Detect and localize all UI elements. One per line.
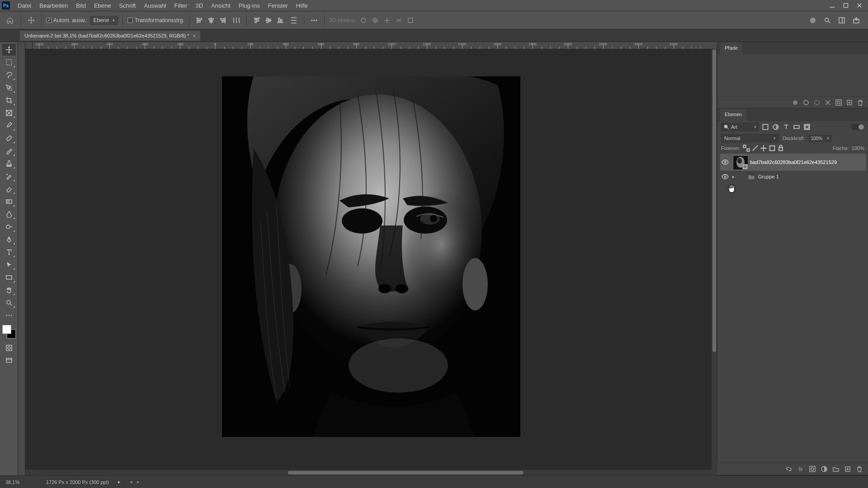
delete-layer-button[interactable] (855, 465, 863, 473)
hand-tool[interactable] (2, 284, 16, 296)
auto-select-target-select[interactable]: Ebene (90, 16, 118, 25)
vertical-scrollbar[interactable] (712, 49, 717, 470)
edit-toolbar-button[interactable] (2, 310, 16, 321)
align-left-button[interactable] (194, 15, 205, 26)
selection-to-path-button[interactable] (824, 99, 832, 107)
align-right-button[interactable] (217, 15, 228, 26)
layer-kind-filter[interactable]: Art (721, 123, 759, 131)
stroke-path-button[interactable] (802, 99, 810, 107)
layer-name[interactable]: bad7ba82c60283ba0f21e62e43521529 (750, 160, 837, 165)
fill-field[interactable]: 100% (852, 145, 864, 151)
fill-path-button[interactable] (791, 99, 799, 107)
lock-pixels-button[interactable] (743, 145, 750, 152)
quick-select-tool[interactable] (2, 82, 16, 94)
opacity-field[interactable]: 100% (809, 135, 831, 142)
menu-fenster[interactable]: Fenster (264, 0, 292, 11)
menu-ansicht[interactable]: Ansicht (207, 0, 235, 11)
lasso-tool[interactable] (2, 69, 16, 81)
auto-select-checkbox[interactable]: Autom. ausw.: (46, 17, 87, 23)
filter-toggle[interactable] (851, 124, 864, 130)
menu-plug-ins[interactable]: Plug-ins (235, 0, 264, 11)
layer-thumbnail[interactable] (733, 155, 747, 169)
foreground-color-swatch[interactable] (2, 325, 11, 334)
more-align-button[interactable] (309, 15, 320, 26)
adjustment-button[interactable] (820, 465, 828, 473)
filter-adjust-icon[interactable] (772, 123, 780, 131)
search-button[interactable] (822, 15, 833, 26)
crop-tool[interactable] (2, 94, 16, 106)
3d-orbit-button[interactable] (358, 15, 369, 26)
menu-3d[interactable]: 3D (191, 0, 207, 11)
filter-shape-icon[interactable] (793, 123, 801, 131)
eyedropper-tool[interactable] (2, 120, 16, 131)
dodge-tool[interactable] (2, 221, 16, 233)
home-button[interactable] (4, 14, 16, 27)
healing-tool[interactable] (2, 132, 16, 144)
share-button[interactable] (851, 15, 862, 26)
add-mask-path-button[interactable] (835, 99, 843, 107)
menu-bild[interactable]: Bild (72, 0, 90, 11)
menu-hilfe[interactable]: Hilfe (292, 0, 312, 11)
new-path-button[interactable] (845, 99, 854, 107)
stamp-tool[interactable] (2, 158, 16, 169)
blur-tool[interactable] (2, 208, 16, 220)
zoom-level[interactable]: 38,1% (5, 479, 37, 485)
eraser-tool[interactable] (2, 183, 16, 195)
layer-row[interactable]: bad7ba82c60283ba0f21e62e43521529 (720, 154, 866, 171)
shape-tool[interactable] (2, 272, 16, 283)
align-hcenter-button[interactable] (206, 15, 217, 26)
lock-all-button[interactable] (777, 145, 784, 152)
history-brush-tool[interactable] (2, 170, 16, 182)
expand-group-button[interactable]: ▸ (730, 174, 736, 179)
pen-tool[interactable] (2, 234, 16, 245)
delete-path-button[interactable] (856, 99, 864, 107)
move-tool[interactable] (2, 44, 16, 56)
distribute-h-button[interactable] (231, 15, 242, 26)
path-to-selection-button[interactable] (813, 99, 821, 107)
brush-tool[interactable] (2, 145, 16, 157)
align-bottom-button[interactable] (275, 15, 286, 26)
new-layer-button[interactable] (844, 465, 852, 473)
paths-list[interactable] (717, 55, 868, 96)
document-canvas[interactable] (25, 49, 717, 470)
horizontal-ruler[interactable]: -1000-800-600-400-2000200400600800100012… (25, 42, 717, 49)
move-tool-icon[interactable] (26, 15, 37, 26)
close-window-button[interactable] (853, 0, 866, 10)
document-tab[interactable]: Unbenannt-2 bei 38,1% (bad7ba82c60283ba0… (20, 31, 200, 41)
vertical-ruler[interactable] (18, 42, 25, 475)
color-swatches[interactable] (2, 325, 16, 338)
zoom-tool[interactable] (2, 297, 16, 309)
quick-mask-button[interactable] (4, 343, 14, 353)
3d-roll-button[interactable] (370, 15, 381, 26)
menu-schrift[interactable]: Schrift (115, 0, 140, 11)
ruler-origin[interactable] (25, 42, 33, 49)
mask-button[interactable] (808, 465, 816, 473)
doc-info[interactable]: 1726 Px x 2000 Px (300 ppi) (46, 479, 109, 485)
close-tab-button[interactable]: × (193, 33, 196, 38)
3d-scale-button[interactable] (405, 15, 416, 26)
lock-move-button[interactable] (760, 145, 767, 152)
show-transform-checkbox[interactable]: Transformationsstrg. (127, 17, 184, 23)
filter-pixel-icon[interactable] (761, 123, 769, 131)
horizontal-scrollbar[interactable] (25, 470, 717, 475)
menu-bearbeiten[interactable]: Bearbeiten (35, 0, 72, 11)
maximize-button[interactable] (839, 0, 853, 10)
cloud-button[interactable] (807, 15, 818, 26)
layer-group-row[interactable]: ▸Gruppe 1 (720, 171, 866, 182)
fx-button[interactable]: fx (797, 465, 805, 473)
visibility-toggle[interactable] (720, 159, 730, 166)
3d-pan-button[interactable] (382, 15, 392, 26)
paths-tab[interactable]: Pfade (720, 42, 742, 55)
menu-filter[interactable]: Filter (170, 0, 192, 11)
layer-list[interactable]: bad7ba82c60283ba0f21e62e43521529▸Gruppe … (717, 153, 868, 184)
group-button[interactable] (832, 465, 840, 473)
screen-mode-button[interactable] (4, 356, 14, 366)
workspace-button[interactable] (836, 15, 847, 26)
align-vcenter-button[interactable] (263, 15, 274, 26)
distribute-v-button[interactable] (288, 15, 299, 26)
layers-tab[interactable]: Ebenen (720, 108, 746, 121)
minimize-button[interactable] (826, 0, 839, 10)
type-tool[interactable] (2, 246, 16, 258)
path-select-tool[interactable] (2, 259, 16, 271)
layer-name[interactable]: Gruppe 1 (758, 174, 779, 179)
